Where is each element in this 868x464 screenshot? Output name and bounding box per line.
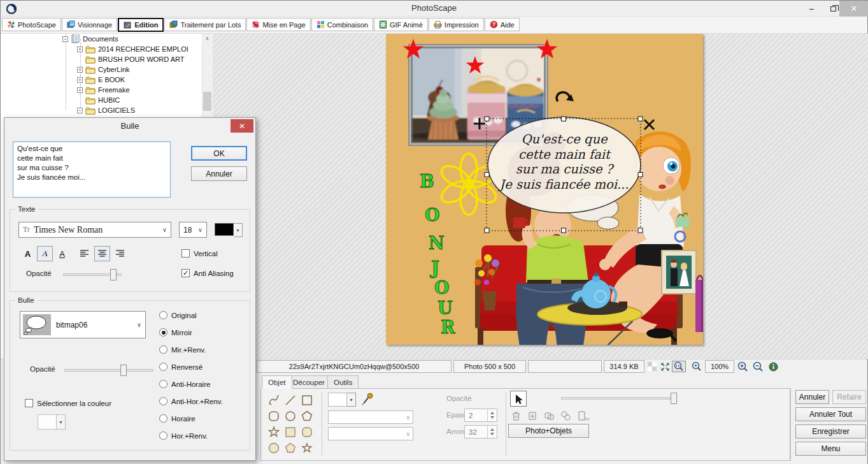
tab-edition[interactable]: Edition — [118, 18, 164, 32]
font-size-select[interactable]: 18 ∨ — [179, 222, 207, 238]
tab-combinaison[interactable]: Combinaison — [311, 18, 373, 31]
rename-object-button[interactable]: Re — [576, 410, 590, 422]
group-objects-button[interactable] — [543, 410, 555, 422]
scroll-up-button[interactable]: ∧ — [202, 34, 213, 45]
expand-icon[interactable]: + — [77, 87, 83, 93]
bubble-text-input[interactable]: Qu'est-ce que cette main fait sur ma cui… — [13, 141, 171, 198]
radio-circle[interactable] — [159, 311, 167, 319]
bubble-color-swatch[interactable] — [38, 414, 57, 430]
filled-rect-tool[interactable] — [282, 424, 299, 440]
line-color-dropdown[interactable]: ▾ — [347, 393, 356, 407]
rounded-rect-tool[interactable] — [266, 408, 282, 424]
photo-canvas[interactable]: B O N J O U R — [386, 34, 703, 345]
star-outline-tool[interactable] — [266, 424, 282, 440]
tree-item-2014-recherche-emploi[interactable]: + 2014 RECHERCHE EMPLOI — [77, 44, 189, 54]
radio-circle[interactable] — [159, 397, 167, 405]
filled-circle-tool[interactable] — [266, 440, 282, 456]
tab-visionnage[interactable]: Visionnage — [62, 18, 117, 31]
tab-impression[interactable]: Impression — [429, 18, 484, 31]
tab-mise-en-page[interactable]: Mise en Page — [246, 18, 310, 31]
radio-circle[interactable] — [159, 328, 167, 337]
tree-item-hubic[interactable]: HUBIC — [85, 95, 120, 105]
radio-anti-horaire[interactable]: Anti-Horaire — [159, 380, 210, 388]
info-button[interactable] — [767, 361, 779, 372]
tab-photoscape[interactable]: PhotoScape — [2, 18, 61, 31]
radio-original[interactable]: Original — [159, 311, 197, 319]
radio-circle[interactable] — [159, 345, 167, 354]
transparency-checkerboard-icon[interactable] — [646, 361, 658, 372]
tab-gif-anime[interactable]: GIF Animé — [374, 18, 428, 31]
select-color-checkbox[interactable]: Sélectionner la couleur — [25, 399, 111, 407]
redo-button[interactable]: Refaire — [832, 390, 866, 404]
line-tool[interactable] — [282, 392, 299, 408]
filled-polygon-tool[interactable] — [282, 440, 299, 456]
align-right-button[interactable] — [111, 246, 127, 261]
expand-icon[interactable]: + — [77, 67, 83, 73]
thickness-spinner[interactable]: 2 — [464, 409, 497, 422]
align-center-button[interactable] — [94, 246, 110, 261]
spinner-arrows[interactable] — [487, 409, 497, 421]
star-tool[interactable] — [299, 440, 315, 456]
scribble-tool[interactable] — [266, 392, 282, 408]
collapse-icon[interactable]: − — [62, 36, 68, 42]
collapse-icon[interactable]: − — [77, 108, 83, 113]
radio-mirroir[interactable]: Mirroir — [159, 328, 192, 337]
close-button[interactable]: ✕ — [839, 1, 868, 17]
tab-aide[interactable]: ? Aide — [485, 18, 520, 31]
panel-tab-decouper[interactable]: Découper — [287, 375, 331, 389]
align-left-button[interactable] — [77, 246, 93, 261]
underline-button[interactable]: A — [54, 246, 70, 261]
italic-button[interactable]: A — [37, 246, 53, 261]
bubble-opacity-slider[interactable] — [64, 369, 153, 372]
zoom-in-button[interactable] — [737, 361, 748, 372]
bold-button[interactable]: A — [20, 246, 36, 261]
eyedropper-icon[interactable] — [361, 391, 374, 407]
circle-tool[interactable] — [282, 408, 299, 424]
ungroup-objects-button[interactable] — [560, 410, 572, 422]
checkbox-box[interactable] — [25, 399, 33, 407]
panel-opacity-slider[interactable] — [561, 397, 676, 400]
checkbox-box[interactable] — [181, 249, 190, 257]
photo-objects-button[interactable]: Photo+Objets — [508, 424, 589, 438]
font-color-picker[interactable]: ▾ — [215, 223, 243, 237]
line-color-swatch[interactable] — [328, 393, 347, 407]
expand-icon[interactable]: + — [77, 47, 83, 52]
radio-mir-renv[interactable]: Mir.+Renv. — [159, 345, 206, 354]
bubble-opacity-slider-thumb[interactable] — [120, 365, 127, 376]
tree-item-e-book[interactable]: + E BOOK — [77, 75, 125, 85]
pattern-dropdown-1[interactable]: ∨ — [328, 410, 413, 424]
checkbox-box[interactable]: ✓ — [181, 269, 190, 277]
radio-circle[interactable] — [159, 431, 167, 440]
rectangle-tool[interactable] — [299, 392, 315, 408]
tree-item-cyberlink[interactable]: + CyberLink — [77, 64, 130, 75]
panel-tab-outils[interactable]: Outils — [327, 375, 359, 389]
undo-button[interactable]: Annuler — [795, 390, 829, 404]
resize-canvas-icon[interactable] — [659, 361, 671, 372]
tree-item-freemake[interactable]: + Freemake — [77, 85, 130, 95]
delete-object-button[interactable] — [510, 410, 522, 422]
corner-spinner[interactable]: 32 — [464, 425, 497, 439]
speech-bubble-object[interactable]: Qu'est-ce que cette main fait sur ma cui… — [488, 117, 641, 213]
radio-anti-hor-renv[interactable]: Anti-Hor.+Renv. — [159, 397, 223, 405]
expand-icon[interactable]: + — [77, 77, 83, 83]
spinner-arrows[interactable] — [487, 426, 497, 438]
font-color-swatch[interactable] — [215, 223, 234, 236]
radio-circle[interactable] — [159, 363, 167, 371]
bubble-color-dropdown-arrow[interactable]: ▾ — [57, 414, 66, 430]
tree-item-documents[interactable]: − Documents — [62, 34, 118, 44]
radio-renverse[interactable]: Renversé — [159, 363, 203, 371]
duplicate-object-button[interactable] — [527, 410, 539, 422]
ok-button[interactable]: OK — [191, 146, 247, 161]
select-arrow-tool[interactable] — [510, 391, 527, 407]
bubble-shape-select[interactable]: bitmap06 ∨ — [20, 311, 146, 338]
zoom-actual-size-button[interactable] — [672, 361, 686, 372]
polygon-tool[interactable] — [299, 408, 315, 424]
minimize-button[interactable]: − — [800, 1, 822, 17]
tree-item-logiciels[interactable]: − LOGICIELS — [77, 105, 135, 115]
pattern-dropdown-2[interactable]: ∨ — [328, 427, 413, 440]
tab-traitement-par-lots[interactable]: Traitement par Lots — [164, 18, 246, 31]
radio-circle[interactable] — [159, 380, 167, 388]
zoom-fit-button[interactable] — [690, 361, 704, 372]
text-opacity-slider-thumb[interactable] — [110, 269, 117, 280]
tree-item-brush-pour-word-art[interactable]: BRUSH POUR WORD ART — [85, 54, 184, 64]
